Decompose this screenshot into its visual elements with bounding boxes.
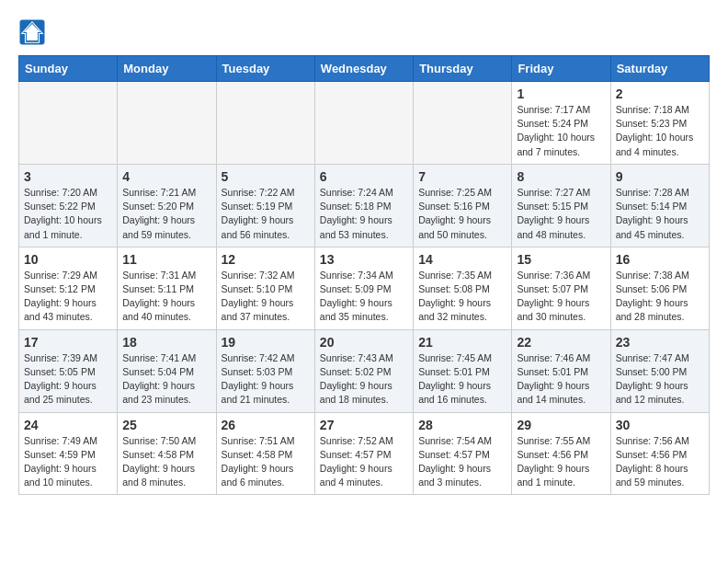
page-header — [18, 18, 710, 46]
day-info: Sunrise: 7:35 AM Sunset: 5:08 PM Dayligh… — [418, 269, 506, 325]
day-info: Sunrise: 7:43 AM Sunset: 5:02 PM Dayligh… — [320, 351, 408, 408]
calendar-cell: 16Sunrise: 7:38 AM Sunset: 5:06 PM Dayli… — [610, 247, 709, 329]
day-info: Sunrise: 7:38 AM Sunset: 5:06 PM Dayligh… — [616, 269, 704, 325]
calendar-cell: 24Sunrise: 7:49 AM Sunset: 4:59 PM Dayli… — [19, 412, 118, 495]
day-number: 5 — [222, 169, 310, 184]
calendar-cell: 13Sunrise: 7:34 AM Sunset: 5:09 PM Dayli… — [314, 247, 413, 329]
day-info: Sunrise: 7:24 AM Sunset: 5:18 PM Dayligh… — [320, 186, 408, 242]
calendar-cell: 1Sunrise: 7:17 AM Sunset: 5:24 PM Daylig… — [512, 82, 610, 165]
calendar-cell: 22Sunrise: 7:46 AM Sunset: 5:01 PM Dayli… — [512, 329, 610, 412]
day-number: 19 — [222, 335, 310, 350]
calendar-cell: 25Sunrise: 7:50 AM Sunset: 4:58 PM Dayli… — [118, 412, 216, 495]
calendar-week-row: 1Sunrise: 7:17 AM Sunset: 5:24 PM Daylig… — [19, 82, 710, 165]
day-number: 28 — [418, 418, 506, 432]
day-number: 22 — [517, 335, 605, 350]
calendar-cell: 18Sunrise: 7:41 AM Sunset: 5:04 PM Dayli… — [118, 329, 216, 412]
calendar-cell — [118, 82, 216, 165]
calendar-cell: 3Sunrise: 7:20 AM Sunset: 5:22 PM Daylig… — [19, 164, 118, 247]
calendar-cell: 30Sunrise: 7:56 AM Sunset: 4:56 PM Dayli… — [610, 412, 709, 495]
day-info: Sunrise: 7:36 AM Sunset: 5:07 PM Dayligh… — [517, 269, 605, 325]
day-number: 3 — [24, 169, 112, 184]
calendar-header-row: SundayMondayTuesdayWednesdayThursdayFrid… — [19, 56, 710, 82]
day-number: 21 — [418, 335, 506, 350]
calendar-cell: 7Sunrise: 7:25 AM Sunset: 5:16 PM Daylig… — [414, 164, 512, 247]
day-number: 1 — [517, 86, 605, 101]
calendar-cell: 2Sunrise: 7:18 AM Sunset: 5:23 PM Daylig… — [610, 82, 709, 165]
calendar-cell: 28Sunrise: 7:54 AM Sunset: 4:57 PM Dayli… — [414, 412, 512, 495]
day-number: 30 — [616, 418, 704, 432]
day-number: 10 — [24, 252, 112, 267]
day-number: 29 — [517, 418, 605, 432]
calendar-cell — [216, 82, 314, 165]
calendar-cell: 17Sunrise: 7:39 AM Sunset: 5:05 PM Dayli… — [19, 329, 118, 412]
day-info: Sunrise: 7:20 AM Sunset: 5:22 PM Dayligh… — [24, 186, 112, 242]
weekday-header-monday: Monday — [118, 56, 216, 82]
day-number: 13 — [320, 252, 408, 267]
calendar-table: SundayMondayTuesdayWednesdayThursdayFrid… — [18, 55, 710, 495]
calendar-cell: 21Sunrise: 7:45 AM Sunset: 5:01 PM Dayli… — [414, 329, 512, 412]
day-number: 6 — [320, 169, 408, 184]
day-number: 27 — [320, 418, 408, 432]
calendar-cell: 10Sunrise: 7:29 AM Sunset: 5:12 PM Dayli… — [19, 247, 118, 329]
day-info: Sunrise: 7:28 AM Sunset: 5:14 PM Dayligh… — [616, 186, 704, 242]
day-number: 14 — [418, 252, 506, 267]
day-number: 11 — [122, 252, 210, 267]
day-info: Sunrise: 7:29 AM Sunset: 5:12 PM Dayligh… — [24, 269, 112, 325]
day-info: Sunrise: 7:54 AM Sunset: 4:57 PM Dayligh… — [418, 434, 506, 490]
calendar-cell: 5Sunrise: 7:22 AM Sunset: 5:19 PM Daylig… — [216, 164, 314, 247]
day-number: 17 — [24, 335, 112, 350]
day-number: 4 — [122, 169, 210, 184]
day-number: 7 — [418, 169, 506, 184]
calendar-cell: 23Sunrise: 7:47 AM Sunset: 5:00 PM Dayli… — [610, 329, 709, 412]
weekday-header-friday: Friday — [512, 56, 610, 82]
day-number: 8 — [517, 169, 605, 184]
day-info: Sunrise: 7:47 AM Sunset: 5:00 PM Dayligh… — [616, 351, 704, 408]
calendar-cell: 11Sunrise: 7:31 AM Sunset: 5:11 PM Dayli… — [118, 247, 216, 329]
day-info: Sunrise: 7:51 AM Sunset: 4:58 PM Dayligh… — [222, 434, 310, 490]
day-info: Sunrise: 7:55 AM Sunset: 4:56 PM Dayligh… — [517, 434, 605, 490]
calendar-cell — [314, 82, 413, 165]
calendar-cell: 9Sunrise: 7:28 AM Sunset: 5:14 PM Daylig… — [610, 164, 709, 247]
day-info: Sunrise: 7:18 AM Sunset: 5:23 PM Dayligh… — [616, 103, 704, 159]
calendar-cell: 6Sunrise: 7:24 AM Sunset: 5:18 PM Daylig… — [314, 164, 413, 247]
day-info: Sunrise: 7:42 AM Sunset: 5:03 PM Dayligh… — [222, 351, 310, 408]
day-info: Sunrise: 7:17 AM Sunset: 5:24 PM Dayligh… — [517, 103, 605, 159]
weekday-header-sunday: Sunday — [19, 56, 118, 82]
day-info: Sunrise: 7:31 AM Sunset: 5:11 PM Dayligh… — [122, 269, 210, 325]
logo — [18, 18, 50, 46]
calendar-week-row: 17Sunrise: 7:39 AM Sunset: 5:05 PM Dayli… — [19, 329, 710, 412]
day-number: 18 — [122, 335, 210, 350]
calendar-cell: 4Sunrise: 7:21 AM Sunset: 5:20 PM Daylig… — [118, 164, 216, 247]
calendar-cell: 12Sunrise: 7:32 AM Sunset: 5:10 PM Dayli… — [216, 247, 314, 329]
calendar-week-row: 10Sunrise: 7:29 AM Sunset: 5:12 PM Dayli… — [19, 247, 710, 329]
day-info: Sunrise: 7:56 AM Sunset: 4:56 PM Dayligh… — [616, 434, 704, 490]
day-info: Sunrise: 7:25 AM Sunset: 5:16 PM Dayligh… — [418, 186, 506, 242]
day-number: 16 — [616, 252, 704, 267]
day-info: Sunrise: 7:46 AM Sunset: 5:01 PM Dayligh… — [517, 351, 605, 408]
calendar-cell: 27Sunrise: 7:52 AM Sunset: 4:57 PM Dayli… — [314, 412, 413, 495]
day-info: Sunrise: 7:39 AM Sunset: 5:05 PM Dayligh… — [24, 351, 112, 408]
day-number: 2 — [616, 86, 704, 101]
day-number: 15 — [517, 252, 605, 267]
day-number: 12 — [222, 252, 310, 267]
calendar-cell — [414, 82, 512, 165]
weekday-header-wednesday: Wednesday — [314, 56, 413, 82]
day-info: Sunrise: 7:21 AM Sunset: 5:20 PM Dayligh… — [122, 186, 210, 242]
calendar-week-row: 3Sunrise: 7:20 AM Sunset: 5:22 PM Daylig… — [19, 164, 710, 247]
calendar-cell: 29Sunrise: 7:55 AM Sunset: 4:56 PM Dayli… — [512, 412, 610, 495]
calendar-cell: 20Sunrise: 7:43 AM Sunset: 5:02 PM Dayli… — [314, 329, 413, 412]
day-number: 9 — [616, 169, 704, 184]
calendar-cell: 19Sunrise: 7:42 AM Sunset: 5:03 PM Dayli… — [216, 329, 314, 412]
weekday-header-saturday: Saturday — [610, 56, 709, 82]
day-info: Sunrise: 7:22 AM Sunset: 5:19 PM Dayligh… — [222, 186, 310, 242]
day-number: 23 — [616, 335, 704, 350]
weekday-header-thursday: Thursday — [414, 56, 512, 82]
logo-icon — [18, 18, 46, 46]
day-info: Sunrise: 7:41 AM Sunset: 5:04 PM Dayligh… — [122, 351, 210, 408]
day-info: Sunrise: 7:49 AM Sunset: 4:59 PM Dayligh… — [24, 434, 112, 490]
day-info: Sunrise: 7:27 AM Sunset: 5:15 PM Dayligh… — [517, 186, 605, 242]
day-info: Sunrise: 7:45 AM Sunset: 5:01 PM Dayligh… — [418, 351, 506, 408]
calendar-cell: 8Sunrise: 7:27 AM Sunset: 5:15 PM Daylig… — [512, 164, 610, 247]
day-number: 24 — [24, 418, 112, 432]
calendar-cell — [19, 82, 118, 165]
